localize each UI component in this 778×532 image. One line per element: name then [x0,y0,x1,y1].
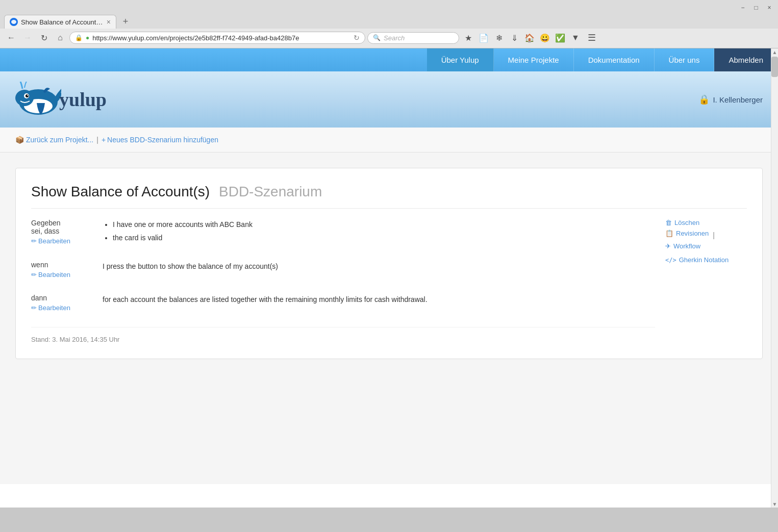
back-to-project-link[interactable]: 📦 Zurück zum Projekt... [15,136,93,144]
minimize-button[interactable]: − [738,3,747,12]
user-icon: 🔒 [698,94,710,105]
site-navigation: Über Yulup Meine Projekte Dokumentation … [0,48,778,71]
workflow-link[interactable]: ✈ Workflow [665,242,700,250]
refresh-button[interactable]: ↻ [37,31,51,45]
scenario-actions: 🗑 Löschen 📋 Revisionen | ✈ Workflow [665,219,747,343]
given-item-1: I have one or more accounts with ABC Ban… [113,219,655,231]
url-bar[interactable]: 🔒 ● https://www.yulup.com/en/projects/2e… [69,32,365,44]
forward-button[interactable]: → [20,31,35,45]
edit-when-link[interactable]: ✏ Bearbeiten [31,271,92,278]
tab-close-button[interactable]: × [107,18,111,26]
given-item-2: the card is valid [113,232,655,244]
edit-given-label: Bearbeiten [38,237,70,245]
user-name: I. Kellenberger [713,95,763,104]
main-content: Show Balance of Account(s) BDD-Szenarium… [0,153,778,484]
nav-abmelden[interactable]: Abmelden [714,48,778,71]
scenario-card: Show Balance of Account(s) BDD-Szenarium… [15,168,763,359]
scenario-title: Show Balance of Account(s) BDD-Szenarium [31,184,747,209]
workflow-icon: ✈ [665,242,671,250]
back-to-project-label: Zurück zum Projekt... [26,136,93,144]
step-label-then: dann [31,294,92,302]
breadcrumb-bar: 📦 Zurück zum Projekt... | + Neues BDD-Sz… [0,128,778,153]
svg-point-6 [27,95,28,96]
scroll-up-arrow[interactable]: ▲ [771,48,778,56]
lock-icon: 🔒 [75,34,83,41]
home-nav-button[interactable]: 🏠 [522,31,537,45]
search-bar[interactable]: 🔍 Search [367,32,459,44]
edit-then-link[interactable]: ✏ Bearbeiten [31,304,92,312]
revisions-label: Revisionen [676,230,709,237]
hamburger-menu-button[interactable]: ☰ [585,31,599,45]
add-scenario-label: Neues BDD-Szenarium hinzufügen [107,136,218,144]
security-icon: ● [86,34,89,41]
url-text: https://www.yulup.com/en/projects/2e5b82… [92,34,350,42]
step-label-col-then: dann ✏ Bearbeiten [31,294,92,312]
revisions-workflow-row: 📋 Revisionen | ✈ Workflow [665,230,747,253]
active-tab[interactable]: Show Balance of Account(... × [4,15,116,29]
svg-point-3 [15,90,34,106]
step-row-given: Gegebensei, dass ✏ Bearbeiten I have one… [31,219,655,245]
step-content-when: I press the button to show the balance o… [103,261,655,273]
download-button[interactable]: ⇓ [507,31,521,45]
svg-point-0 [11,20,16,24]
scenario-title-main: Show Balance of Account(s) [31,184,210,199]
shield-button[interactable]: ✅ [553,31,567,45]
whale-icon [15,82,61,117]
tab-title: Show Balance of Account(... [21,18,104,26]
bookmark-star-button[interactable]: ★ [461,31,475,45]
step-row-then: dann ✏ Bearbeiten for each account the b… [31,294,655,312]
step-content-then: for each account the balances are listed… [103,294,655,306]
edit-given-link[interactable]: ✏ Bearbeiten [31,237,92,245]
step-label-when: wenn [31,261,92,269]
more-tools-button[interactable]: ▼ [568,31,583,45]
action-separator: | [713,231,715,239]
logo-area: yulup 🔒 I. Kellenberger [0,71,778,128]
url-reload-icon[interactable]: ↻ [354,34,360,42]
pocket-button[interactable]: ❄ [492,31,506,45]
edit-when-label: Bearbeiten [38,271,70,278]
step-label-given: Gegebensei, dass [31,219,92,235]
maximize-button[interactable]: □ [751,3,761,12]
scroll-down-arrow[interactable]: ▼ [771,500,778,508]
pencil-icon-then: ✏ [31,304,37,312]
tab-favicon [10,18,18,26]
logo[interactable]: yulup [15,82,107,117]
scroll-thumb[interactable] [771,57,778,77]
delete-label: Löschen [674,219,699,226]
trash-icon: 🗑 [665,219,672,226]
breadcrumb-separator: | [96,136,98,144]
step-content-given: I have one or more accounts with ABC Ban… [103,219,655,245]
nav-uber-yulup[interactable]: Über Yulup [427,48,494,71]
gherkin-link[interactable]: </> Gherkin Notation [665,256,747,264]
edit-then-label: Bearbeiten [38,304,70,312]
revisions-icon: 📋 [665,230,673,237]
emoji-button[interactable]: 😀 [538,31,552,45]
new-tab-button[interactable]: + [118,14,133,29]
add-icon: + [102,136,106,144]
close-window-button[interactable]: × [765,3,774,12]
workflow-label: Workflow [673,242,700,250]
nav-uber-uns[interactable]: Über uns [655,48,715,71]
step-label-col-when: wenn ✏ Bearbeiten [31,261,92,278]
delete-link[interactable]: 🗑 Löschen [665,219,747,226]
back-button[interactable]: ← [4,31,18,45]
logo-text: yulup [59,88,107,111]
project-icon: 📦 [15,136,24,144]
gherkin-label: Gherkin Notation [679,256,729,264]
user-info: 🔒 I. Kellenberger [698,94,763,105]
search-icon: 🔍 [373,34,381,41]
nav-meine-projekte[interactable]: Meine Projekte [494,48,574,71]
add-scenario-link[interactable]: + Neues BDD-Szenarium hinzufügen [102,136,218,144]
timestamp: Stand: 3. Mai 2016, 14:35 Uhr [31,327,655,343]
gherkin-icon: </> [665,257,676,264]
step-label-col-given: Gegebensei, dass ✏ Bearbeiten [31,219,92,245]
home-button[interactable]: ⌂ [53,31,67,45]
revisions-link[interactable]: 📋 Revisionen [665,230,709,237]
scenario-title-sub: BDD-Szenarium [219,184,322,199]
nav-dokumentation[interactable]: Dokumentation [574,48,655,71]
scrollbar[interactable]: ▲ ▼ [771,48,778,508]
pencil-icon-given: ✏ [31,237,37,245]
scenario-steps: Gegebensei, dass ✏ Bearbeiten I have one… [31,219,655,343]
reader-mode-button[interactable]: 📄 [476,31,491,45]
scenario-body: Gegebensei, dass ✏ Bearbeiten I have one… [31,219,747,343]
